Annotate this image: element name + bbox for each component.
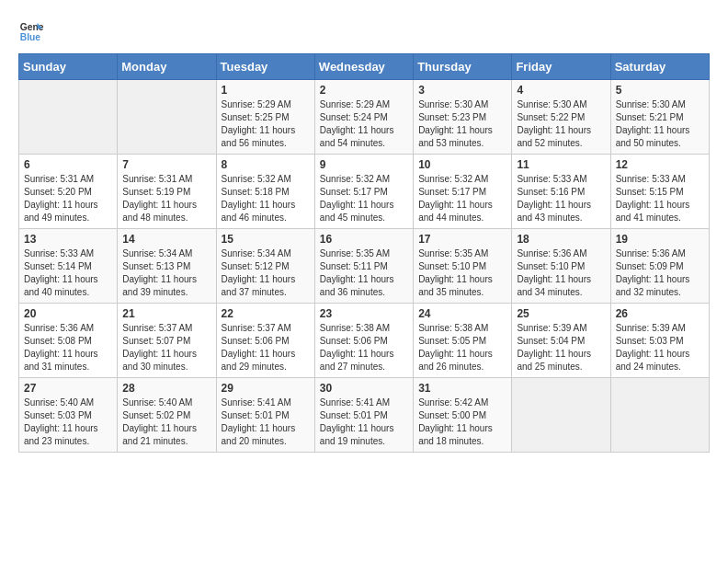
daylight-text: Daylight: 11 hours and 53 minutes.	[418, 125, 493, 148]
sunrise-text: Sunrise: 5:33 AM	[24, 248, 94, 259]
cell-content: Sunrise: 5:34 AM Sunset: 5:12 PM Dayligh…	[222, 247, 310, 299]
calendar-cell: 18 Sunrise: 5:36 AM Sunset: 5:10 PM Dayl…	[512, 229, 610, 304]
day-number: 20	[24, 307, 112, 320]
day-number: 6	[24, 158, 112, 171]
day-number: 18	[517, 233, 605, 246]
cell-content: Sunrise: 5:32 AM Sunset: 5:17 PM Dayligh…	[418, 173, 506, 224]
calendar-cell: 26 Sunrise: 5:39 AM Sunset: 5:03 PM Dayl…	[610, 304, 709, 378]
day-number: 16	[320, 233, 408, 246]
sunset-text: Sunset: 5:18 PM	[222, 187, 290, 197]
calendar-cell: 16 Sunrise: 5:35 AM Sunset: 5:11 PM Dayl…	[314, 229, 413, 304]
calendar-cell: 21 Sunrise: 5:37 AM Sunset: 5:07 PM Dayl…	[118, 304, 216, 378]
cell-content: Sunrise: 5:38 AM Sunset: 5:06 PM Dayligh…	[320, 322, 408, 373]
calendar-cell: 5 Sunrise: 5:30 AM Sunset: 5:21 PM Dayli…	[610, 80, 709, 155]
daylight-text: Daylight: 11 hours and 18 minutes.	[418, 423, 493, 446]
sunset-text: Sunset: 5:07 PM	[122, 336, 190, 346]
day-header-monday: Monday	[118, 54, 216, 80]
cell-content: Sunrise: 5:31 AM Sunset: 5:20 PM Dayligh…	[24, 173, 112, 224]
daylight-text: Daylight: 11 hours and 30 minutes.	[122, 349, 197, 372]
cell-content: Sunrise: 5:29 AM Sunset: 5:25 PM Dayligh…	[222, 98, 310, 150]
daylight-text: Daylight: 11 hours and 34 minutes.	[517, 274, 591, 297]
day-number: 14	[122, 233, 210, 246]
daylight-text: Daylight: 11 hours and 52 minutes.	[517, 125, 591, 148]
cell-content: Sunrise: 5:35 AM Sunset: 5:10 PM Dayligh…	[418, 247, 506, 299]
sunset-text: Sunset: 5:13 PM	[122, 261, 190, 271]
calendar-cell: 4 Sunrise: 5:30 AM Sunset: 5:22 PM Dayli…	[512, 80, 610, 155]
day-number: 31	[418, 382, 506, 395]
day-number: 28	[122, 382, 210, 395]
daylight-text: Daylight: 11 hours and 31 minutes.	[24, 349, 98, 372]
logo-icon: General Blue	[18, 18, 44, 44]
daylight-text: Daylight: 11 hours and 27 minutes.	[320, 349, 394, 372]
sunset-text: Sunset: 5:01 PM	[320, 410, 388, 420]
sunrise-text: Sunrise: 5:41 AM	[320, 397, 390, 408]
daylight-text: Daylight: 11 hours and 54 minutes.	[320, 125, 394, 148]
day-number: 9	[320, 158, 408, 171]
sunrise-text: Sunrise: 5:42 AM	[418, 397, 488, 408]
calendar-cell: 27 Sunrise: 5:40 AM Sunset: 5:03 PM Dayl…	[19, 378, 118, 453]
calendar-cell: 28 Sunrise: 5:40 AM Sunset: 5:02 PM Dayl…	[118, 378, 216, 453]
calendar-cell: 1 Sunrise: 5:29 AM Sunset: 5:25 PM Dayli…	[216, 80, 314, 155]
sunset-text: Sunset: 5:15 PM	[616, 187, 684, 197]
calendar-cell: 25 Sunrise: 5:39 AM Sunset: 5:04 PM Dayl…	[512, 304, 610, 378]
daylight-text: Daylight: 11 hours and 44 minutes.	[418, 200, 493, 223]
sunset-text: Sunset: 5:03 PM	[24, 410, 92, 420]
daylight-text: Daylight: 11 hours and 49 minutes.	[24, 200, 98, 223]
calendar-week-4: 20 Sunrise: 5:36 AM Sunset: 5:08 PM Dayl…	[19, 304, 710, 378]
cell-content: Sunrise: 5:39 AM Sunset: 5:04 PM Dayligh…	[517, 322, 605, 373]
daylight-text: Daylight: 11 hours and 19 minutes.	[320, 423, 394, 446]
sunrise-text: Sunrise: 5:35 AM	[418, 248, 488, 259]
daylight-text: Daylight: 11 hours and 32 minutes.	[616, 274, 690, 297]
sunrise-text: Sunrise: 5:40 AM	[24, 397, 94, 408]
sunrise-text: Sunrise: 5:36 AM	[517, 248, 586, 259]
calendar-cell: 10 Sunrise: 5:32 AM Sunset: 5:17 PM Dayl…	[414, 155, 512, 229]
day-header-saturday: Saturday	[610, 54, 709, 80]
cell-content: Sunrise: 5:32 AM Sunset: 5:18 PM Dayligh…	[222, 173, 310, 224]
sunset-text: Sunset: 5:01 PM	[222, 410, 290, 420]
cell-content: Sunrise: 5:30 AM Sunset: 5:21 PM Dayligh…	[616, 98, 704, 150]
calendar-header-row: SundayMondayTuesdayWednesdayThursdayFrid…	[19, 54, 710, 80]
calendar-cell: 9 Sunrise: 5:32 AM Sunset: 5:17 PM Dayli…	[314, 155, 413, 229]
daylight-text: Daylight: 11 hours and 29 minutes.	[222, 349, 296, 372]
sunrise-text: Sunrise: 5:39 AM	[517, 323, 586, 333]
sunset-text: Sunset: 5:19 PM	[122, 187, 190, 197]
sunrise-text: Sunrise: 5:30 AM	[616, 99, 686, 109]
sunrise-text: Sunrise: 5:31 AM	[24, 174, 94, 184]
day-number: 19	[616, 233, 704, 246]
daylight-text: Daylight: 11 hours and 43 minutes.	[517, 200, 591, 223]
day-header-friday: Friday	[512, 54, 610, 80]
day-number: 22	[222, 307, 310, 320]
calendar-week-3: 13 Sunrise: 5:33 AM Sunset: 5:14 PM Dayl…	[19, 229, 710, 304]
cell-content: Sunrise: 5:38 AM Sunset: 5:05 PM Dayligh…	[418, 322, 506, 373]
sunrise-text: Sunrise: 5:31 AM	[122, 174, 192, 184]
daylight-text: Daylight: 11 hours and 39 minutes.	[122, 274, 197, 297]
sunset-text: Sunset: 5:25 PM	[222, 112, 290, 122]
cell-content: Sunrise: 5:37 AM Sunset: 5:06 PM Dayligh…	[222, 322, 310, 373]
sunset-text: Sunset: 5:06 PM	[320, 336, 388, 346]
sunrise-text: Sunrise: 5:33 AM	[616, 174, 686, 184]
sunset-text: Sunset: 5:09 PM	[616, 261, 684, 271]
calendar-cell: 12 Sunrise: 5:33 AM Sunset: 5:15 PM Dayl…	[610, 155, 709, 229]
calendar-cell: 3 Sunrise: 5:30 AM Sunset: 5:23 PM Dayli…	[414, 80, 512, 155]
day-number: 29	[222, 382, 310, 395]
calendar-cell: 7 Sunrise: 5:31 AM Sunset: 5:19 PM Dayli…	[118, 155, 216, 229]
cell-content: Sunrise: 5:36 AM Sunset: 5:10 PM Dayligh…	[517, 247, 605, 299]
sunset-text: Sunset: 5:14 PM	[24, 261, 92, 271]
calendar-cell	[19, 80, 118, 155]
day-number: 5	[616, 84, 704, 97]
calendar-cell: 31 Sunrise: 5:42 AM Sunset: 5:00 PM Dayl…	[414, 378, 512, 453]
sunset-text: Sunset: 5:00 PM	[418, 410, 486, 420]
daylight-text: Daylight: 11 hours and 23 minutes.	[24, 423, 98, 446]
sunset-text: Sunset: 5:06 PM	[222, 336, 290, 346]
sunset-text: Sunset: 5:24 PM	[320, 112, 388, 122]
daylight-text: Daylight: 11 hours and 24 minutes.	[616, 349, 690, 372]
day-number: 10	[418, 158, 506, 171]
daylight-text: Daylight: 11 hours and 56 minutes.	[222, 125, 296, 148]
calendar-cell	[512, 378, 610, 453]
cell-content: Sunrise: 5:30 AM Sunset: 5:22 PM Dayligh…	[517, 98, 605, 150]
sunrise-text: Sunrise: 5:38 AM	[320, 323, 390, 333]
sunset-text: Sunset: 5:16 PM	[517, 187, 585, 197]
sunrise-text: Sunrise: 5:37 AM	[222, 323, 291, 333]
daylight-text: Daylight: 11 hours and 25 minutes.	[517, 349, 591, 372]
day-number: 30	[320, 382, 408, 395]
